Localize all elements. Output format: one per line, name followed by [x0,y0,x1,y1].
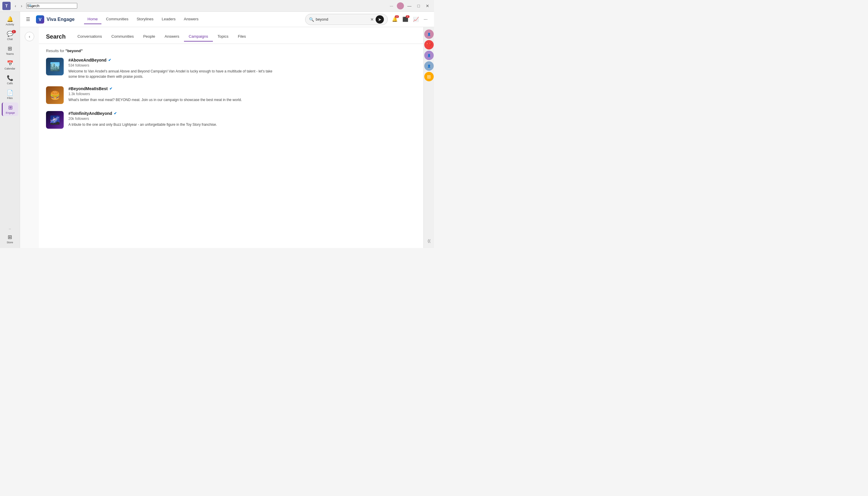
chat-badge: 1 [12,30,16,33]
calls-icon: 📞 [7,75,13,81]
campaign-desc-above-and-beyond: Welcome to Van Arsdel's annual Above and… [69,68,275,79]
titlebar-nav: ‹ › [13,2,24,10]
search-results-area: Search Conversations Communities People … [39,27,423,248]
app-layout: 🔔 Activity 💬 1 Chat ⊞ Teams 📅 Calendar 📞… [0,12,434,248]
burger-thumb-icon: 🍔 [50,90,60,100]
right-panel-avatar-1[interactable]: 👤 [424,29,434,39]
tab-topics[interactable]: Topics [213,32,233,42]
titlebar-search-input[interactable] [26,3,77,9]
more-options-button[interactable]: ··· [422,15,429,24]
sidebar-item-calls-label: Calls [7,82,13,85]
teams-sidebar: 🔔 Activity 💬 1 Chat ⊞ Teams 📅 Calendar 📞… [0,12,20,248]
results-area: Results for "beyond" 🏙️ #AboveAndBeyond … [39,44,423,140]
list-item: 🌌 #ToInfinityAndBeyond ✔ 20k followers A… [46,111,416,129]
close-button[interactable]: ✕ [423,2,432,10]
verified-badge-2: ✔ [109,87,112,91]
engage-nav-home[interactable]: Home [84,14,101,24]
search-title: Search [46,33,66,40]
city-thumb-icon: 🏙️ [50,62,60,72]
minimize-button[interactable]: — [405,2,414,10]
sidebar-item-teams[interactable]: ⊞ Teams [2,44,18,57]
sidebar-item-calendar-label: Calendar [4,67,15,70]
sidebar-item-store-label: Store [7,241,13,244]
sidebar-bottom: ··· ⊞ Store [2,225,18,246]
sidebar-item-calls[interactable]: 📞 Calls [2,73,18,87]
more-label: ··· [9,227,11,230]
share-button[interactable]: ⬛ 5 [401,15,410,24]
campaign-info-beyond-meat: #BeyondMeatIsBest ✔ 1.3k followers What'… [69,86,416,103]
campaign-name-beyond-meat[interactable]: #BeyondMeatIsBest ✔ [69,86,416,91]
right-panel-avatar-2[interactable]: 👤 [424,51,434,60]
notifications-badge: 12 [395,15,399,18]
list-item: 🏙️ #AboveAndBeyond ✔ 534 followers Welco… [46,58,416,79]
teams-logo: T [2,2,11,10]
search-icon: 🔍 [309,17,314,22]
engage-topbar: ☰ V Viva Engage Home Communities Storyli… [20,12,434,27]
analytics-button[interactable]: 📈 [411,15,421,24]
galaxy-thumb-icon: 🌌 [50,115,60,125]
back-button-engage[interactable]: ‹ [25,32,34,41]
sidebar-item-files-label: Files [7,97,13,99]
tab-files[interactable]: Files [233,32,251,42]
campaign-info-to-infinity: #ToInfinityAndBeyond ✔ 20k followers A t… [69,111,416,127]
query-term: "beyond" [65,49,83,53]
right-panel-icon-1[interactable]: ❤️ [424,40,434,49]
campaign-thumb-to-infinity: 🌌 [46,111,64,129]
engage-topbar-icons: 🔔 12 ⬛ 5 📈 ··· [390,15,429,24]
campaign-name-above-and-beyond[interactable]: #AboveAndBeyond ✔ [69,58,416,62]
search-clear-button[interactable]: ✕ [370,17,374,22]
engage-area: ☰ V Viva Engage Home Communities Storyli… [20,12,434,248]
search-go-button[interactable]: ➤ [376,15,384,24]
engage-nav-communities[interactable]: Communities [103,14,132,24]
hamburger-button[interactable]: ☰ [25,15,31,23]
campaign-name-to-infinity[interactable]: #ToInfinityAndBeyond ✔ [69,111,416,116]
verified-badge-1: ✔ [108,58,111,62]
activity-icon: 🔔 [7,16,13,22]
engage-nav-storylines[interactable]: Storylines [133,14,157,24]
engage-logo-icon: V [36,15,44,24]
titlebar-search-wrap: 🔍 [26,3,239,9]
query-prefix: Results for [46,49,65,53]
back-button[interactable]: ‹ [13,2,18,10]
maximize-button[interactable]: □ [415,2,422,10]
titlebar-more-button[interactable]: ··· [387,2,396,10]
titlebar-avatar[interactable] [397,2,404,10]
engage-search-box: 🔍 ✕ ➤ [305,14,388,25]
sidebar-item-store[interactable]: ⊞ Store [2,232,18,246]
sidebar-item-more[interactable]: ··· [2,225,18,232]
search-title-row: Search Conversations Communities People … [46,32,416,41]
engage-content: ‹ Search Conversations Communities Peopl… [20,27,434,248]
right-panel: 👤 ❤️ 👤 👤 ⊞ ⟨⟨ [423,27,434,248]
sidebar-item-activity-label: Activity [5,23,14,26]
calendar-icon: 📅 [7,60,13,66]
search-tabs: Conversations Communities People Answers… [73,32,251,41]
notifications-button[interactable]: 🔔 12 [390,15,400,24]
right-panel-avatar-3[interactable]: 👤 [424,61,434,71]
sidebar-item-engage[interactable]: ⊞ Engage [2,103,18,116]
engage-logo-text: Viva Engage [47,17,75,22]
forward-button[interactable]: › [19,2,24,10]
tab-conversations[interactable]: Conversations [73,32,107,42]
sidebar-item-files[interactable]: 📄 Files [2,88,18,101]
campaign-followers-beyond-meat: 1.3k followers [69,92,416,96]
engage-nav-leaders[interactable]: Leaders [158,14,179,24]
collapse-panel-button[interactable]: ⟨⟨ [425,236,433,246]
sidebar-item-chat[interactable]: 💬 1 Chat [2,29,18,43]
engage-logo: V Viva Engage [36,15,75,24]
engage-search-input[interactable] [316,17,369,21]
list-item: 🍔 #BeyondMeatIsBest ✔ 1.3k followers Wha… [46,86,416,104]
tab-communities[interactable]: Communities [107,32,138,42]
tab-campaigns[interactable]: Campaigns [184,32,213,42]
verified-badge-3: ✔ [114,111,117,115]
engage-nav-answers[interactable]: Answers [180,14,202,24]
tab-answers[interactable]: Answers [160,32,184,42]
teams-icon: ⊞ [8,45,12,52]
right-panel-icon-2[interactable]: ⊞ [424,72,434,81]
tab-people[interactable]: People [138,32,160,42]
sidebar-item-teams-label: Teams [6,52,14,56]
search-header: Search Conversations Communities People … [39,27,423,44]
sidebar-item-activity[interactable]: 🔔 Activity [2,14,18,28]
campaign-desc-to-infinity: A tribute to the one and only Buzz Light… [69,122,275,127]
sidebar-item-calendar[interactable]: 📅 Calendar [2,58,18,72]
titlebar-search-icon: 🔍 [29,4,33,8]
